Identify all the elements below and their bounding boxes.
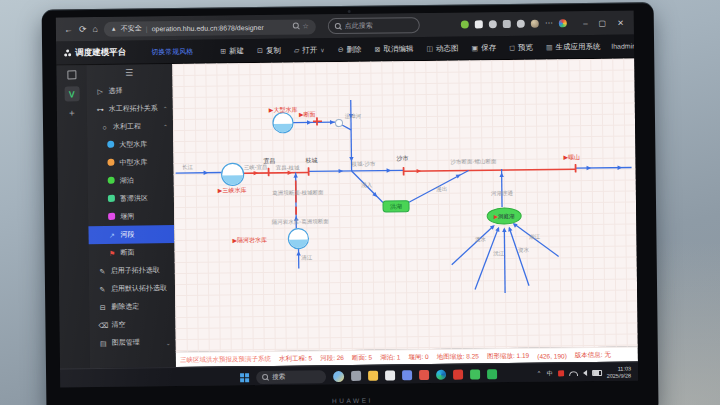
search-icon [335,23,341,29]
delete-selected-icon: ⊟ [98,303,107,310]
minimize-button[interactable]: – [583,19,588,28]
sidebar-item-river-reach[interactable]: ↗河段 [88,225,174,244]
ime-indicator[interactable]: 中 [547,370,553,376]
task-view-icon[interactable] [351,371,361,381]
node-reservoir[interactable] [273,113,293,133]
collapse-tabs-icon[interactable] [67,70,76,79]
app-key-icon[interactable] [419,370,429,380]
generate-app-button[interactable]: ▥生成应用系统 [546,41,601,52]
sidebar-item-sub-topology[interactable]: ✎启用子拓扑选取 [89,261,175,280]
version-label: 版本信息 [575,350,601,357]
new-tab-button[interactable]: + [69,108,75,118]
dynamic-graph-button[interactable]: ◫动态图 [426,43,458,53]
sidebar-item-default-topology[interactable]: ✎启用默认拓扑选取 [89,279,175,298]
node-junction[interactable] [335,120,342,127]
large-reservoir-icon [106,141,115,149]
quick-search-box[interactable]: 点此搜索 [328,17,420,34]
sidebar-item-cross-section[interactable]: ⚑断面 [88,243,174,262]
sidebar-item-large-reservoir[interactable]: 大型水库 [87,135,173,154]
start-button[interactable] [240,373,249,382]
new-button[interactable]: ⊞新建 [220,46,244,56]
new-icon: ⊞ [220,47,226,55]
node-reservoir[interactable] [288,228,308,248]
edge-label: 枝城-沙市 [351,161,376,168]
date: 2025/9/28 [607,373,632,379]
sidebar-item-medium-reservoir[interactable]: 中型水库 [87,153,173,172]
url-text[interactable]: operation.hhu.edu.cn:8678/designer [152,23,264,31]
app-red-icon[interactable] [453,370,463,380]
sidebar-item-detention-area[interactable]: 蓄滞洪区 [88,189,174,208]
sidebar-item-weir-gate[interactable]: 堰闸 [88,207,174,226]
clock[interactable]: 11:03 2025/9/28 [607,366,632,379]
file-explorer-icon[interactable] [368,371,378,381]
close-button[interactable]: ✕ [617,18,624,27]
system-tray: ⌃ 中 11:03 2025/9/28 [537,366,639,380]
extension-flag-icon[interactable] [503,20,511,28]
edge-icon[interactable] [436,370,446,380]
node-detention[interactable]: 洪湖 [383,201,409,212]
sidebar-item-clear[interactable]: ⌫清空 [89,315,175,334]
sidebar-item-topology[interactable]: ⊶水工程拓扑关系⌃ [87,99,173,118]
bookmark-star-icon[interactable]: ☆ [302,22,308,30]
wifi-icon[interactable] [569,371,578,376]
edge-label: 沙市 [395,154,408,161]
flag-label: ▶螺山 [563,153,580,160]
address-bar[interactable]: ▲ 不安全 | operation.hhu.edu.cn:8678/design… [104,19,316,37]
save-button[interactable]: ▣保存 [471,43,496,53]
sidebar-item-select-cursor[interactable]: ▷选择 [86,81,172,100]
back-icon[interactable]: ← [64,25,73,34]
topology-canvas[interactable]: 洪湖▶洞庭湖▶大型水库▶断面▶三峡水库▶隔河岩水库▶螺山长江三峡-宜昌宜昌宜昌-… [172,58,637,352]
open-button[interactable]: ▱打开∨ [294,45,325,55]
sidebar-item-delete-selected[interactable]: ⊟删除选定 [89,297,175,316]
app-blue-icon[interactable] [402,370,412,380]
node-lake[interactable]: ▶洞庭湖 [487,208,521,224]
delete-button[interactable]: ⊖删除 [338,44,362,54]
edge-label: 枝城 [304,157,317,163]
widgets-icon[interactable] [333,371,344,382]
preview-button[interactable]: ◻预览 [509,42,533,52]
extension-doc-icon[interactable] [475,20,483,28]
cancel-edit-icon: ⊠ [374,45,380,53]
extension-block-icon[interactable] [517,20,525,28]
edge-label: 长江 [182,164,194,171]
tray-app-icon[interactable] [558,370,564,376]
app-green-icon[interactable] [487,369,497,379]
maximize-button[interactable]: ▢ [598,18,606,27]
app-title: 调度建模平台 [75,46,126,59]
app-light-icon[interactable] [385,370,395,380]
sidebar-item-lake[interactable]: 湖泊 [88,171,174,190]
security-label[interactable]: 不安全 [121,23,142,33]
detention-area-icon [107,195,116,203]
browser-essentials-icon[interactable] [559,19,567,27]
select-cursor-icon: ▷ [96,87,105,94]
profile-avatar[interactable] [531,20,539,28]
username: lhadmin [612,42,637,49]
active-tab-favicon[interactable]: V [64,86,79,101]
flag-label: ▶三峡水库 [218,186,247,193]
edge-label: 宜昌 [263,157,275,165]
more-options-icon[interactable]: ⋯ [545,19,553,27]
flag-label: ▶大型水库 [269,106,298,114]
sidebar-item-layer-manage[interactable]: ▤图层管理⌄ [90,333,176,352]
home-icon[interactable]: ⌂ [92,25,98,34]
edge-label: 资水 [518,247,530,253]
reload-icon[interactable]: ⟳ [79,25,87,34]
cancel-edit-button[interactable]: ⊠取消编辑 [374,44,413,54]
copy-button[interactable]: ⊡复制 [257,45,281,55]
taskbar-search[interactable]: 搜索 [256,370,326,384]
wps-icon[interactable] [470,369,480,379]
battery-icon[interactable] [592,370,602,376]
search-in-page-icon[interactable] [292,23,298,29]
lake-icon [107,177,116,185]
style-switch-link[interactable]: 切换常规风格 [151,46,193,57]
tray-chevron-icon[interactable]: ⌃ [537,371,542,377]
menu-icon[interactable]: ☰ [86,67,172,82]
sidebar-item-project-ellipse[interactable]: ○水利工程⌃ [87,117,173,136]
volume-icon[interactable] [583,370,587,376]
flag-label: ▶断面 [299,110,316,118]
extension-leaf-icon[interactable] [461,20,469,28]
node-reservoir[interactable] [221,163,243,185]
extension-moon-icon[interactable] [489,20,497,28]
version-value: 无 [604,350,611,357]
chevron-down-icon: ∨ [320,46,324,53]
